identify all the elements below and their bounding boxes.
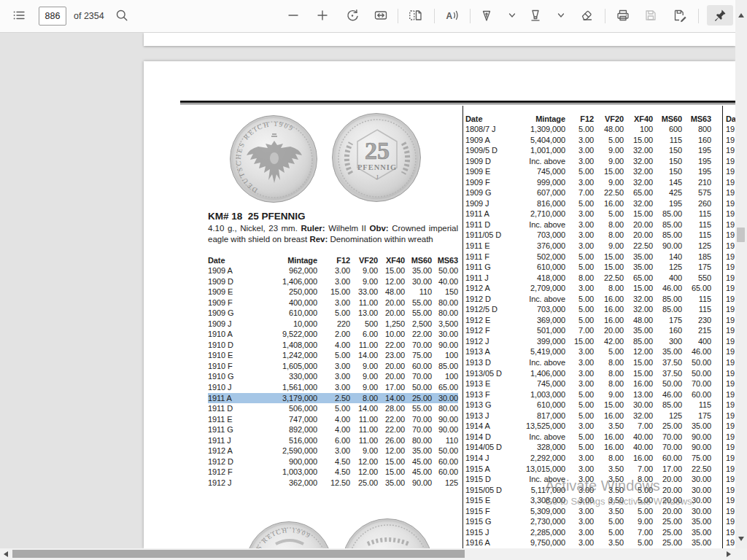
table-row[interactable]: 1912 J399,00015.0042.0085.0030040019: [465, 336, 735, 347]
table-row[interactable]: 1915 DInc. above3.003.508.0020.0030.0019: [465, 474, 735, 485]
table-row[interactable]: 1911/05 D703,0003.008.0020.0085.0011519: [465, 230, 735, 241]
horizontal-scroll-thumb[interactable]: [12, 550, 465, 558]
table-row[interactable]: 1913 A5,419,0003.005.0012.0035.0046.0019: [465, 346, 735, 357]
table-row[interactable]: 1912 J362,00012.5025.0035.0090.00125: [208, 478, 458, 489]
highlight-icon[interactable]: [525, 5, 546, 26]
table-row[interactable]: 1913/05 D1,406,0003.008.0015.0037.5050.0…: [465, 368, 735, 379]
value-cell: 1,408,000: [250, 340, 317, 351]
table-row[interactable]: 1910 J1,561,0003.009.0017.0050.0065.00: [208, 382, 458, 393]
table-of-contents-icon[interactable]: [9, 5, 29, 26]
table-row[interactable]: 1913 E745,0003.008.0016.0050.0070.0019: [465, 378, 735, 389]
table-row[interactable]: 1911 G610,0005.0015.0035.0012517519: [465, 262, 735, 273]
table-row[interactable]: 1911 DInc. above3.008.0020.0085.0011519: [465, 219, 735, 230]
table-row[interactable]: 1913 F1,003,0005.009.0013.0046.0060.0019: [465, 389, 735, 400]
table-row[interactable]: 1915 G2,730,0003.005.009.0025.0035.0019: [465, 516, 735, 527]
table-row[interactable]: 1911 G892,0004.0011.0022.0070.0090.00: [208, 424, 458, 435]
table-row[interactable]: 1912 E369,0005.0016.0048.0017523019: [465, 315, 735, 326]
table-row[interactable]: 1912 F1,003,0004.5012.0015.0045.0060.00: [208, 467, 458, 478]
page-number-input[interactable]: [39, 7, 66, 26]
table-row[interactable]: 1909 A5,404,0003.005.0015.0011516019: [465, 135, 735, 146]
table-row[interactable]: 1912 DInc. above5.0016.0032.0085.0011519: [465, 294, 735, 305]
table-row[interactable]: 1909 G607,0007.0022.5065.0042557519: [465, 187, 735, 198]
value-cell: 19: [711, 400, 735, 411]
table-row-selected[interactable]: 1911 A3,179,0002.508.0014.0025.0030.00: [208, 393, 458, 404]
draw-menu-chevron-icon[interactable]: [506, 5, 518, 26]
table-row[interactable]: 1909 DInc. above3.009.0032.0015019519: [465, 156, 735, 167]
table-row[interactable]: 1909 F999,0003.009.0032.0014521019: [465, 177, 735, 188]
pin-toolbar-icon[interactable]: [707, 5, 733, 26]
value-cell: 5.00: [624, 495, 653, 506]
table-row[interactable]: 1910 G330,0003.009.0020.0070.00100: [208, 371, 458, 382]
fit-to-width-icon[interactable]: [371, 5, 391, 26]
erase-icon[interactable]: [576, 5, 597, 26]
zoom-in-icon[interactable]: [312, 5, 333, 26]
table-row[interactable]: 1910 E1,242,0005.0014.0023.0075.00100: [208, 350, 458, 361]
table-row[interactable]: 1913 DInc. above3.008.0015.0037.5050.001…: [465, 357, 735, 368]
table-row[interactable]: 1910 A9,522,0002.006.0010.0022.0030.00: [208, 329, 458, 340]
table-row[interactable]: 1911 F502,0005.0015.0035.0014018519: [465, 252, 735, 262]
table-row[interactable]: 1909 E745,0005.0015.0032.0015019519: [465, 166, 735, 177]
table-row[interactable]: 1915 A13,015,0003.003.507.0017.0022.5019: [465, 464, 735, 475]
table-row[interactable]: 1911 J418,0008.0022.5065.0040055019: [465, 273, 735, 284]
table-row[interactable]: 1912 A2,709,0003.008.0015.0046.0065.0019: [465, 283, 735, 294]
table-row[interactable]: 1913 J817,0005.0016.0032.0012517519: [465, 411, 735, 421]
table-row[interactable]: 1912/5 D703,0005.0016.0032.0085.0011519: [465, 304, 735, 315]
search-icon[interactable]: [112, 5, 132, 26]
value-cell: 140: [653, 252, 682, 262]
table-row[interactable]: 1808/7 J1,309,0005.0048.0010060080019: [465, 124, 735, 135]
scroll-left-arrow-icon[interactable]: [4, 551, 8, 557]
value-cell: 115: [682, 294, 711, 305]
table-row[interactable]: 1914 DInc. above5.0016.0040.0070.0090.00…: [465, 432, 735, 443]
table-row[interactable]: 1909 E250,00015.0033.0048.00110150: [208, 287, 458, 298]
horizontal-scrollbar[interactable]: [0, 548, 735, 560]
read-aloud-icon[interactable]: A: [441, 5, 462, 26]
table-row[interactable]: 1911 E747,0004.0011.0022.0070.0090.00: [208, 414, 458, 425]
value-cell: 9.00: [350, 446, 378, 456]
table-row[interactable]: 1909 A962,0003.009.0015.0035.0050.00: [208, 265, 458, 276]
value-cell: 1,001,000: [516, 145, 565, 156]
table-row[interactable]: 1911 E376,0003.009.0022.5090.0012519: [465, 241, 735, 252]
table-row[interactable]: 1910 F1,605,0003.009.0020.0060.0085.00: [208, 361, 458, 372]
value-cell: 3.00: [565, 464, 594, 475]
value-cell: 13,525,000: [516, 421, 565, 432]
table-row[interactable]: 1911 A2,710,0003.005.0015.0085.0011519: [465, 209, 735, 219]
price-table-right: DateMintageF12VF20XF40MS60MS63Da1808/7 J…: [465, 114, 735, 548]
page-view-icon[interactable]: [405, 5, 425, 26]
table-row[interactable]: 1909 F400,0003.0011.0020.0055.0080.00: [208, 298, 458, 308]
table-row[interactable]: 1914 A13,525,0003.003.507.0025.0035.0019: [465, 421, 735, 432]
vertical-scrollbar[interactable]: [735, 0, 747, 548]
table-row[interactable]: 1915/05 D5,117,0003.003.505.0020.0030.00…: [465, 485, 735, 496]
table-row[interactable]: 1912 F501,0007.0020.0035.0016021519: [465, 325, 735, 336]
table-row[interactable]: 1912 A2,590,0003.009.0012.0035.0050.00: [208, 446, 458, 456]
table-row[interactable]: 1915 J2,285,0003.005.007.0025.0035.0019: [465, 527, 735, 538]
column-rule-left: [462, 106, 463, 548]
table-row[interactable]: 1914/05 D328,0005.0016.0040.0070.0090.00…: [465, 442, 735, 453]
column-header: VF20: [350, 256, 378, 265]
save-as-icon[interactable]: [670, 5, 690, 26]
scroll-up-arrow-icon[interactable]: [738, 13, 744, 18]
table-row[interactable]: 1915 F5,309,0003.003.505.0020.0030.0019: [465, 506, 735, 517]
rotate-icon[interactable]: [342, 5, 363, 26]
highlight-menu-chevron-icon[interactable]: [555, 5, 567, 26]
vertical-scroll-thumb[interactable]: [737, 228, 745, 242]
scroll-right-arrow-icon[interactable]: [727, 551, 731, 557]
draw-pen-icon[interactable]: [476, 5, 497, 26]
value-cell: 2,285,000: [516, 527, 565, 538]
table-row[interactable]: 1911 J516,0006.0011.0026.0080.00110: [208, 435, 458, 446]
table-row[interactable]: 1916 A9,750,0003.003.505.0025.0035.0019: [465, 537, 735, 548]
table-row[interactable]: 1911 D506,0005.0014.0028.0055.0080.00: [208, 403, 458, 414]
table-row[interactable]: 1910 D1,408,0004.0011.0022.0070.0090.00: [208, 340, 458, 351]
table-row[interactable]: 1914 J2,292,0003.008.0016.0060.0075.0019: [465, 453, 735, 464]
zoom-out-icon[interactable]: [283, 5, 303, 26]
table-row[interactable]: 1909 J10,0002205001,2502,5003,500: [208, 319, 458, 330]
table-row[interactable]: 1909 G610,0005.0013.0020.0055.0080.00: [208, 308, 458, 319]
table-row[interactable]: 1909 D1,406,0003.009.0012.0030.0040.00: [208, 276, 458, 287]
table-row[interactable]: 1912 D900,0004.5012.0015.0045.0060.00: [208, 456, 458, 467]
table-row[interactable]: 1915 E3,308,0003.003.505.0020.0030.0019: [465, 495, 735, 506]
table-row[interactable]: 1909 J816,0005.0016.0032.0019526019: [465, 198, 735, 209]
scroll-down-arrow-icon[interactable]: [738, 537, 744, 541]
value-cell: 15.00: [594, 400, 624, 411]
print-icon[interactable]: [613, 5, 633, 26]
table-row[interactable]: 1909/5 D1,001,0003.009.0032.0015019519: [465, 145, 735, 156]
table-row[interactable]: 1913 G610,0005.0015.0030.0085.0011519: [465, 400, 735, 411]
